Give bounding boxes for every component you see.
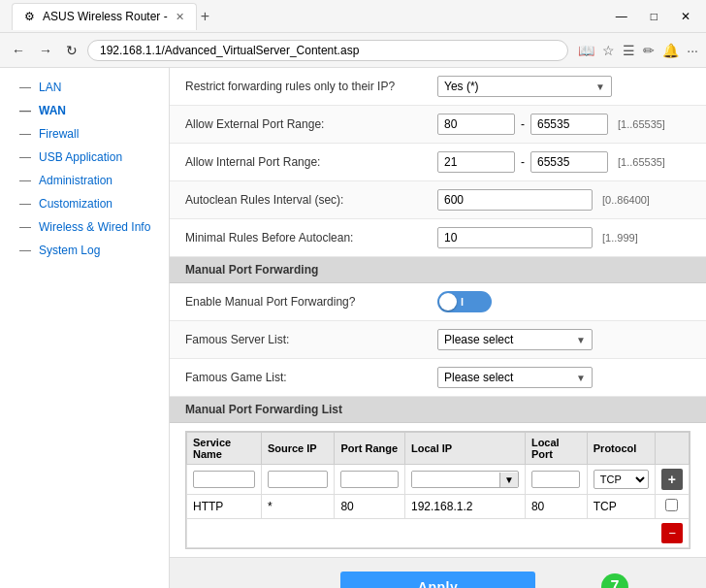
apply-button[interactable]: Apply xyxy=(340,572,535,588)
sidebar-item-lan[interactable]: — LAN xyxy=(0,76,169,99)
col-local-port: Local Port xyxy=(525,433,587,465)
external-port-row: Allow External Port Range: - [1..65535] xyxy=(170,106,706,144)
dash-icon: — xyxy=(19,127,31,141)
sidebar-item-wan[interactable]: — WAN xyxy=(0,99,169,122)
minimal-rules-control: [1..999] xyxy=(437,227,638,248)
minimal-rules-input[interactable] xyxy=(437,227,593,248)
internal-port-from-input[interactable] xyxy=(437,151,515,173)
external-port-from-input[interactable] xyxy=(437,114,515,135)
chevron-down-icon: ▼ xyxy=(576,335,586,345)
internal-port-to-input[interactable] xyxy=(530,151,608,173)
manual-port-forwarding-header: Manual Port Forwarding xyxy=(170,257,706,283)
sidebar-item-wireless-wired[interactable]: — Wireless & Wired Info xyxy=(0,215,169,239)
sidebar-item-label: System Log xyxy=(39,244,100,257)
add-action-cell: + xyxy=(655,465,689,495)
maximize-button[interactable]: □ xyxy=(643,8,665,25)
more-icon[interactable]: ··· xyxy=(687,43,698,58)
browser-titlebar: ⚙ ASUS Wireless Router - ✕ + — □ ✕ xyxy=(0,0,706,33)
sidebar-item-administration[interactable]: — Administration xyxy=(0,169,169,192)
back-button[interactable]: ← xyxy=(8,41,29,60)
delete-cell: − xyxy=(187,519,690,548)
sidebar-item-label: Firewall xyxy=(39,127,79,141)
new-tab-button[interactable]: + xyxy=(201,8,209,25)
sidebar-item-label: Wireless & Wired Info xyxy=(39,220,150,234)
minimal-rules-label: Minimal Rules Before Autoclean: xyxy=(185,231,437,245)
port-range-cell xyxy=(335,465,405,495)
col-actions xyxy=(655,433,689,465)
autoclean-label: Autoclean Rules Interval (sec): xyxy=(185,193,437,207)
row-protocol: TCP xyxy=(587,495,655,519)
url-text: 192.168.1.1/Advanced_VirtualServer_Conte… xyxy=(100,44,359,57)
minimize-button[interactable]: — xyxy=(608,8,635,25)
local-ip-input[interactable] xyxy=(412,472,499,487)
sidebar-item-firewall[interactable]: — Firewall xyxy=(0,122,169,146)
famous-game-select[interactable]: Please select ▼ xyxy=(437,367,593,388)
main-layout: — LAN — WAN — Firewall — USB Application… xyxy=(0,68,706,588)
famous-game-label: Famous Game List: xyxy=(185,371,437,384)
reader-icon[interactable]: 📖 xyxy=(578,43,594,58)
address-bar[interactable]: 192.168.1.1/Advanced_VirtualServer_Conte… xyxy=(87,40,568,61)
port-range-separator: - xyxy=(521,117,525,131)
forward-button[interactable]: → xyxy=(35,41,56,60)
service-name-cell xyxy=(187,465,262,495)
col-protocol: Protocol xyxy=(587,433,655,465)
dash-icon: — xyxy=(19,150,31,164)
autoclean-hint: [0..86400] xyxy=(602,194,650,206)
chevron-down-icon: ▼ xyxy=(595,82,605,92)
autoclean-input[interactable] xyxy=(437,189,593,211)
ip-dropdown-button[interactable]: ▼ xyxy=(499,473,518,487)
row-port-range: 80 xyxy=(335,495,405,519)
refresh-button[interactable]: ↻ xyxy=(62,41,81,60)
sidebar-item-system-log[interactable]: — System Log xyxy=(0,239,169,262)
famous-server-row: Famous Server List: Please select ▼ xyxy=(170,321,706,359)
protocol-cell: TCP UDP BOTH xyxy=(587,465,655,495)
sidebar-item-usb-application[interactable]: — USB Application xyxy=(0,146,169,169)
external-port-to-input[interactable] xyxy=(530,114,608,135)
local-port-input[interactable] xyxy=(531,471,580,488)
table-wrapper: Service Name Source IP Port Range Local … xyxy=(185,431,690,549)
row-source-ip: * xyxy=(261,495,334,519)
add-row-button[interactable]: + xyxy=(661,469,683,490)
window-controls: — □ ✕ xyxy=(608,8,698,25)
content-area: Restrict forwarding rules only to their … xyxy=(170,68,706,588)
source-ip-cell xyxy=(261,465,334,495)
famous-server-select[interactable]: Please select ▼ xyxy=(437,329,593,350)
menu-icon[interactable]: ☰ xyxy=(623,43,635,58)
close-button[interactable]: ✕ xyxy=(673,8,698,25)
row-checkbox[interactable] xyxy=(665,499,678,511)
port-forwarding-table: Service Name Source IP Port Range Local … xyxy=(186,432,690,548)
internal-port-hint: [1..65535] xyxy=(618,156,665,168)
local-ip-cell: ▼ xyxy=(405,465,526,495)
protocol-select[interactable]: TCP UDP BOTH xyxy=(594,470,649,489)
browser-toolbar: ← → ↻ 192.168.1.1/Advanced_VirtualServer… xyxy=(0,33,706,68)
external-port-hint: [1..65535] xyxy=(618,118,665,130)
dash-icon: — xyxy=(19,104,31,117)
port-range-input[interactable] xyxy=(340,471,399,488)
col-service-name: Service Name xyxy=(187,433,262,465)
sidebar-item-label: LAN xyxy=(39,81,61,94)
service-name-input[interactable] xyxy=(193,471,255,488)
toolbar-icons: 📖 ☆ ☰ ✏ 🔔 ··· xyxy=(578,43,698,58)
notifications-icon[interactable]: 🔔 xyxy=(662,43,679,58)
list-section-title: Manual Port Forwarding List xyxy=(185,403,342,416)
manual-port-list-header: Manual Port Forwarding List xyxy=(170,397,706,423)
enable-manual-toggle[interactable]: I xyxy=(437,291,492,312)
row-local-ip: 192.168.1.2 xyxy=(405,495,526,519)
col-local-ip: Local IP xyxy=(405,433,526,465)
active-tab[interactable]: ⚙ ASUS Wireless Router - ✕ xyxy=(12,3,197,30)
edit-icon[interactable]: ✏ xyxy=(643,43,655,58)
table-input-row: ▼ TCP UDP BOTH xyxy=(187,465,690,495)
famous-game-value: Please select xyxy=(444,371,513,384)
bookmark-icon[interactable]: ☆ xyxy=(602,43,615,58)
enable-manual-label: Enable Manual Port Forwarding? xyxy=(185,295,437,309)
tab-close-button[interactable]: ✕ xyxy=(176,11,184,23)
autoclean-control: [0..86400] xyxy=(437,189,650,211)
sidebar-item-customization[interactable]: — Customization xyxy=(0,192,169,215)
table-header-row: Service Name Source IP Port Range Local … xyxy=(187,433,690,465)
famous-server-value: Please select xyxy=(444,333,513,346)
source-ip-input[interactable] xyxy=(268,471,328,488)
restrict-forwarding-select[interactable]: Yes (*) ▼ xyxy=(437,76,612,97)
step-badge: 7 xyxy=(601,573,628,588)
delete-selected-button[interactable]: − xyxy=(661,523,683,543)
local-ip-container: ▼ xyxy=(411,471,519,488)
